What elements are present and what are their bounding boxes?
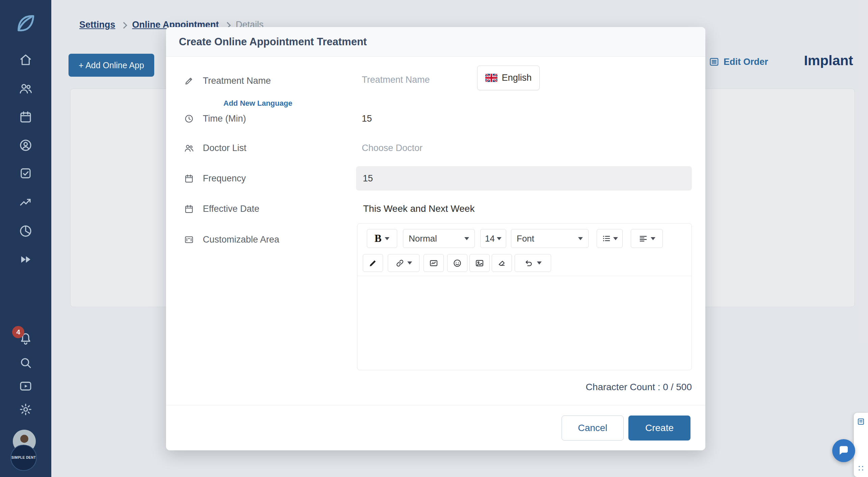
card-icon bbox=[184, 234, 194, 245]
effective-date-value[interactable]: This Week and Next Week bbox=[363, 203, 474, 214]
cancel-button[interactable]: Cancel bbox=[562, 416, 624, 441]
frequency-input[interactable] bbox=[356, 166, 692, 191]
uk-flag-icon bbox=[485, 74, 497, 82]
paragraph-style-value: Normal bbox=[409, 233, 437, 244]
frequency-label: Frequency bbox=[184, 173, 246, 184]
caret-down-icon bbox=[578, 237, 583, 240]
insert-image-button[interactable] bbox=[469, 254, 490, 272]
calendar-icon bbox=[184, 173, 194, 183]
editor-content[interactable] bbox=[357, 276, 691, 371]
align-dropdown[interactable] bbox=[631, 229, 663, 248]
caret-down-icon bbox=[497, 237, 501, 240]
treatment-name-label-text: Treatment Name bbox=[203, 76, 271, 86]
undo-button[interactable] bbox=[515, 254, 551, 272]
edit-pen-icon bbox=[184, 76, 194, 86]
frequency-label-text: Frequency bbox=[203, 173, 246, 184]
bold-glyph: B bbox=[375, 232, 382, 245]
character-count: Character Count : 0 / 500 bbox=[586, 382, 692, 393]
effective-date-label: Effective Date bbox=[184, 204, 260, 214]
side-widget-panel[interactable] bbox=[854, 413, 868, 477]
pen-color-button[interactable] bbox=[363, 254, 383, 272]
effective-date-label-text: Effective Date bbox=[203, 204, 260, 214]
chat-bubble-icon bbox=[838, 445, 850, 457]
caret-down-icon bbox=[613, 237, 618, 240]
emoji-icon bbox=[453, 258, 462, 268]
doctors-icon bbox=[184, 143, 194, 153]
add-new-language-link[interactable]: Add New Language bbox=[223, 99, 292, 108]
modal-header: Create Online Appointment Treatment bbox=[166, 27, 705, 57]
calendar-icon bbox=[184, 204, 194, 214]
eraser-button[interactable] bbox=[492, 254, 512, 272]
customizable-area-label-text: Customizable Area bbox=[203, 234, 279, 245]
font-family-dropdown[interactable]: Font bbox=[511, 229, 589, 248]
time-label-text: Time (Min) bbox=[203, 114, 246, 124]
treatment-name-label: Treatment Name bbox=[184, 76, 271, 86]
editor-toolbar: B Normal 14 Font bbox=[357, 224, 691, 276]
align-left-icon bbox=[639, 234, 648, 243]
caret-down-icon bbox=[651, 237, 655, 240]
paragraph-style-dropdown[interactable]: Normal bbox=[403, 229, 475, 248]
clock-icon bbox=[184, 114, 194, 124]
treatment-name-input[interactable] bbox=[361, 74, 474, 85]
pen-icon bbox=[368, 258, 378, 268]
modal-footer: Cancel Create bbox=[166, 405, 705, 450]
language-label: English bbox=[502, 73, 532, 83]
font-size-value: 14 bbox=[485, 233, 495, 244]
font-family-value: Font bbox=[517, 233, 534, 244]
link-icon bbox=[395, 258, 405, 268]
notes-icon bbox=[857, 418, 865, 426]
app-root: 4 SIMPLE DENT bbox=[0, 0, 868, 477]
caret-down-icon bbox=[385, 237, 389, 240]
caret-down-icon bbox=[407, 261, 412, 265]
insert-video-button[interactable] bbox=[424, 254, 444, 272]
language-select-button[interactable]: English bbox=[477, 66, 540, 90]
video-icon bbox=[429, 258, 438, 268]
caret-down-icon bbox=[537, 261, 542, 265]
font-size-dropdown[interactable]: 14 bbox=[480, 229, 506, 248]
image-icon bbox=[475, 258, 484, 268]
doctor-select-input[interactable] bbox=[361, 143, 504, 154]
doctor-list-label: Doctor List bbox=[184, 143, 246, 153]
insert-emoji-button[interactable] bbox=[447, 254, 467, 272]
time-label: Time (Min) bbox=[184, 114, 246, 124]
doctor-list-label-text: Doctor List bbox=[203, 143, 246, 153]
modal-title: Create Online Appointment Treatment bbox=[179, 36, 367, 48]
list-style-dropdown[interactable] bbox=[597, 229, 623, 248]
bold-button[interactable]: B bbox=[367, 229, 397, 248]
customizable-area-label: Customizable Area bbox=[184, 234, 279, 245]
create-treatment-modal: Create Online Appointment Treatment Trea… bbox=[166, 27, 705, 450]
eraser-icon bbox=[497, 258, 507, 268]
time-input[interactable] bbox=[361, 113, 430, 124]
chat-button[interactable] bbox=[832, 439, 855, 462]
rich-text-editor: B Normal 14 Font bbox=[357, 223, 692, 370]
link-button[interactable] bbox=[388, 254, 419, 272]
undo-icon bbox=[524, 258, 534, 268]
create-button[interactable]: Create bbox=[628, 416, 690, 441]
bullet-list-icon bbox=[602, 234, 611, 243]
caret-down-icon bbox=[464, 237, 469, 240]
dots-grid-icon bbox=[857, 464, 865, 472]
